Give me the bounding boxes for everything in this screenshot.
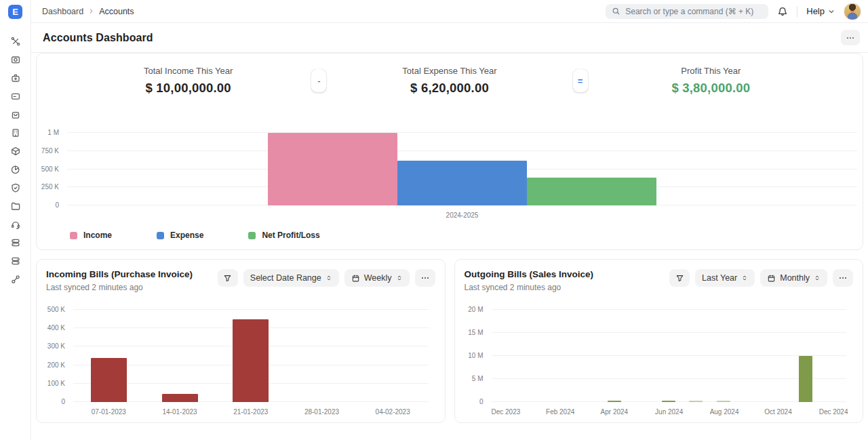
- widget-header: Outgoing Bills (Sales Invoice) Last sync…: [465, 269, 854, 292]
- sidebar-item-headset[interactable]: [10, 219, 21, 230]
- sidebar-item-package[interactable]: [10, 146, 21, 157]
- bar-net-profit-loss: [527, 178, 656, 205]
- archive-icon: [10, 54, 21, 65]
- category-slot: [710, 310, 737, 402]
- incoming-frequency-select[interactable]: Weekly: [344, 269, 410, 287]
- bar: [717, 401, 730, 402]
- category-slot: [215, 310, 286, 402]
- page-header: Accounts Dashboard: [31, 23, 868, 53]
- headset-icon: [10, 219, 21, 230]
- category-slot: [655, 310, 682, 402]
- x-tick-label: Oct 2024: [764, 408, 791, 416]
- stack-icon: [10, 237, 21, 248]
- help-menu[interactable]: Help: [806, 6, 835, 16]
- x-axis-labels: Dec 2023Feb 2024Apr 2024Jun 2024Aug 2024…: [492, 408, 847, 416]
- x-tick-label: [737, 408, 764, 416]
- sidebar-item-pie-chart[interactable]: [10, 164, 21, 175]
- y-tick-label: 750 K: [37, 148, 59, 155]
- shield-check-icon: [10, 182, 21, 193]
- date-range-label: Select Date Range: [250, 273, 321, 283]
- search-input[interactable]: [625, 7, 762, 16]
- x-tick-label: 07-01-2023: [73, 408, 144, 416]
- bar: [608, 401, 621, 402]
- sidebar-item-links[interactable]: [10, 274, 21, 285]
- outgoing-filter-button[interactable]: [669, 269, 690, 287]
- legend-item: Expense: [157, 231, 203, 240]
- category-slot: [791, 310, 818, 402]
- links-icon: [10, 274, 21, 285]
- plot-area: 0100 K200 K300 K400 K500 K: [73, 310, 429, 402]
- bars-row: [67, 133, 857, 205]
- plot-area: 05 M10 M15 M20 M: [492, 310, 847, 402]
- calendar-icon: [351, 274, 360, 283]
- x-tick-label: Jun 2024: [655, 408, 682, 416]
- cash-register-icon: [10, 73, 21, 83]
- sidebar-item-building[interactable]: [10, 127, 21, 138]
- incoming-filter-button[interactable]: [218, 269, 238, 287]
- y-tick-label: 100 K: [46, 380, 65, 387]
- sidebar-item-stack[interactable]: [10, 237, 21, 248]
- category-slot: [67, 133, 857, 205]
- y-tick-label: 10 M: [465, 353, 484, 359]
- main-chart-legend: IncomeExpenseNet Profit/Loss: [37, 231, 863, 240]
- calendar-icon: [767, 274, 776, 283]
- y-tick-label: 1 M: [37, 129, 59, 136]
- ellipsis-icon: [420, 273, 430, 283]
- outgoing-more-button[interactable]: [833, 269, 853, 287]
- sidebar-icon-list: [10, 36, 21, 285]
- legend-swatch: [70, 232, 77, 239]
- category-slot: [492, 310, 519, 402]
- category-slot: [519, 310, 546, 402]
- number-card-total-income[interactable]: Total Income This Year $ 10,00,000.00: [65, 66, 311, 96]
- x-tick-label: 21-01-2023: [215, 408, 286, 416]
- bar-expense: [397, 161, 527, 205]
- x-tick-label: Apr 2024: [601, 408, 628, 416]
- breadcrumb-current[interactable]: Accounts: [99, 7, 134, 16]
- sidebar-item-cash-register[interactable]: [10, 73, 21, 83]
- category-slot: [286, 310, 357, 402]
- topbar-divider: [797, 6, 797, 17]
- widget-actions: Last Year Monthly: [669, 269, 853, 287]
- page-more-button[interactable]: [841, 30, 860, 45]
- legend-label: Income: [83, 231, 112, 240]
- number-card-profit[interactable]: Profit This Year $ 3,80,000.00: [588, 66, 834, 96]
- legend-item: Income: [70, 231, 112, 240]
- outgoing-frequency-select[interactable]: Monthly: [760, 269, 827, 287]
- sidebar-item-folder[interactable]: [10, 201, 21, 212]
- outgoing-date-range-select[interactable]: Last Year: [695, 269, 755, 287]
- number-card-label: Profit This Year: [588, 66, 834, 76]
- sidebar-item-tools[interactable]: [10, 36, 21, 47]
- y-tick-label: 0: [46, 399, 65, 405]
- widget-subtitle: Last synced 2 minutes ago: [46, 283, 193, 292]
- frequency-label: Weekly: [364, 273, 392, 283]
- breadcrumb-parent[interactable]: Dashboard: [42, 7, 83, 16]
- tools-icon: [10, 36, 21, 47]
- category-slot: [144, 310, 216, 402]
- sidebar-item-shopping-bag[interactable]: [10, 109, 21, 120]
- x-tick-label: Aug 2024: [710, 408, 737, 416]
- summary-row: Total Income This Year $ 10,00,000.00 - …: [37, 66, 863, 96]
- x-axis-labels: 2024-2025: [67, 212, 857, 219]
- app-window: E Dashboard Accounts: [0, 0, 868, 440]
- sidebar-item-wallet[interactable]: [10, 91, 21, 102]
- y-tick-label: 400 K: [46, 325, 65, 332]
- ellipsis-icon: [846, 33, 855, 43]
- app-logo[interactable]: E: [8, 5, 22, 19]
- number-card-total-expense[interactable]: Total Expense This Year $ 6,20,000.00: [326, 66, 572, 96]
- legend-label: Net Profit/Loss: [262, 231, 319, 240]
- incoming-date-range-select[interactable]: Select Date Range: [243, 269, 339, 287]
- notifications-button[interactable]: [777, 6, 788, 17]
- sidebar-item-stack-alt[interactable]: [10, 256, 21, 266]
- sidebar-item-shield-check[interactable]: [10, 182, 21, 193]
- y-tick-label: 15 M: [465, 329, 484, 336]
- plot-area: 0250 K500 K750 K1 M: [67, 133, 857, 205]
- number-card-value: $ 10,00,000.00: [65, 81, 311, 96]
- sidebar-item-archive[interactable]: [10, 54, 21, 65]
- package-icon: [10, 146, 21, 157]
- search-icon: [612, 7, 620, 16]
- x-tick-label: Dec 2023: [492, 408, 519, 416]
- user-avatar[interactable]: [844, 3, 861, 20]
- incoming-more-button[interactable]: [415, 269, 435, 287]
- y-tick-label: 300 K: [46, 343, 65, 350]
- pie-chart-icon: [10, 164, 21, 175]
